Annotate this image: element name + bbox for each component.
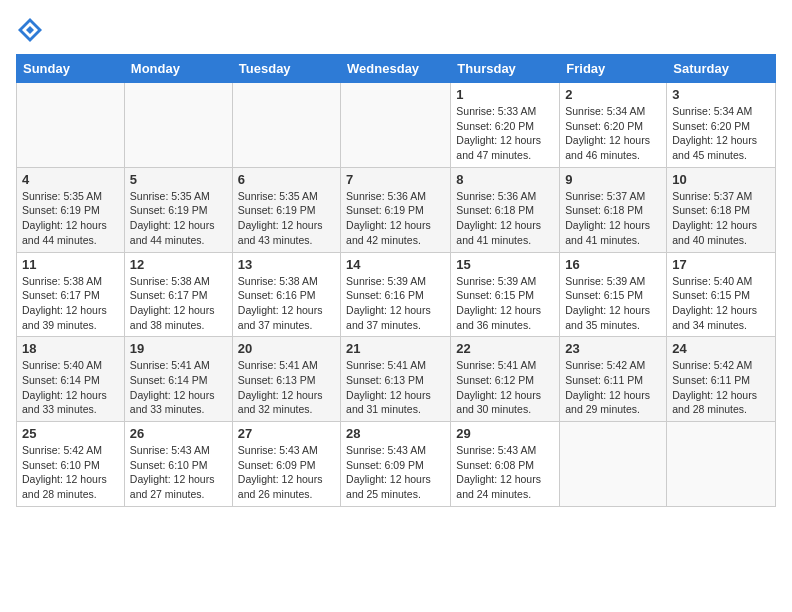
day-number: 14: [346, 257, 445, 272]
calendar-cell: 7Sunrise: 5:36 AM Sunset: 6:19 PM Daylig…: [341, 167, 451, 252]
day-detail: Sunrise: 5:38 AM Sunset: 6:16 PM Dayligh…: [238, 274, 335, 333]
day-detail: Sunrise: 5:36 AM Sunset: 6:18 PM Dayligh…: [456, 189, 554, 248]
day-detail: Sunrise: 5:37 AM Sunset: 6:18 PM Dayligh…: [672, 189, 770, 248]
day-detail: Sunrise: 5:40 AM Sunset: 6:14 PM Dayligh…: [22, 358, 119, 417]
day-number: 27: [238, 426, 335, 441]
day-detail: Sunrise: 5:42 AM Sunset: 6:10 PM Dayligh…: [22, 443, 119, 502]
calendar-cell: 3Sunrise: 5:34 AM Sunset: 6:20 PM Daylig…: [667, 83, 776, 168]
calendar-cell: 10Sunrise: 5:37 AM Sunset: 6:18 PM Dayli…: [667, 167, 776, 252]
calendar-cell: 26Sunrise: 5:43 AM Sunset: 6:10 PM Dayli…: [124, 422, 232, 507]
calendar-cell: 21Sunrise: 5:41 AM Sunset: 6:13 PM Dayli…: [341, 337, 451, 422]
calendar-week-row: 18Sunrise: 5:40 AM Sunset: 6:14 PM Dayli…: [17, 337, 776, 422]
day-detail: Sunrise: 5:34 AM Sunset: 6:20 PM Dayligh…: [672, 104, 770, 163]
calendar-cell: [341, 83, 451, 168]
calendar-cell: 9Sunrise: 5:37 AM Sunset: 6:18 PM Daylig…: [560, 167, 667, 252]
day-number: 3: [672, 87, 770, 102]
calendar-cell: 14Sunrise: 5:39 AM Sunset: 6:16 PM Dayli…: [341, 252, 451, 337]
day-number: 23: [565, 341, 661, 356]
calendar-week-row: 11Sunrise: 5:38 AM Sunset: 6:17 PM Dayli…: [17, 252, 776, 337]
col-header-monday: Monday: [124, 55, 232, 83]
day-number: 17: [672, 257, 770, 272]
calendar-cell: 12Sunrise: 5:38 AM Sunset: 6:17 PM Dayli…: [124, 252, 232, 337]
col-header-wednesday: Wednesday: [341, 55, 451, 83]
day-number: 7: [346, 172, 445, 187]
calendar-cell: 5Sunrise: 5:35 AM Sunset: 6:19 PM Daylig…: [124, 167, 232, 252]
calendar-week-row: 25Sunrise: 5:42 AM Sunset: 6:10 PM Dayli…: [17, 422, 776, 507]
calendar-cell: 15Sunrise: 5:39 AM Sunset: 6:15 PM Dayli…: [451, 252, 560, 337]
calendar-cell: 17Sunrise: 5:40 AM Sunset: 6:15 PM Dayli…: [667, 252, 776, 337]
day-detail: Sunrise: 5:42 AM Sunset: 6:11 PM Dayligh…: [672, 358, 770, 417]
day-detail: Sunrise: 5:38 AM Sunset: 6:17 PM Dayligh…: [130, 274, 227, 333]
col-header-friday: Friday: [560, 55, 667, 83]
calendar-cell: 2Sunrise: 5:34 AM Sunset: 6:20 PM Daylig…: [560, 83, 667, 168]
calendar-header-row: SundayMondayTuesdayWednesdayThursdayFrid…: [17, 55, 776, 83]
calendar-cell: 6Sunrise: 5:35 AM Sunset: 6:19 PM Daylig…: [232, 167, 340, 252]
day-number: 18: [22, 341, 119, 356]
day-detail: Sunrise: 5:41 AM Sunset: 6:12 PM Dayligh…: [456, 358, 554, 417]
day-detail: Sunrise: 5:41 AM Sunset: 6:13 PM Dayligh…: [346, 358, 445, 417]
col-header-saturday: Saturday: [667, 55, 776, 83]
calendar-week-row: 4Sunrise: 5:35 AM Sunset: 6:19 PM Daylig…: [17, 167, 776, 252]
calendar-cell: 8Sunrise: 5:36 AM Sunset: 6:18 PM Daylig…: [451, 167, 560, 252]
day-detail: Sunrise: 5:39 AM Sunset: 6:16 PM Dayligh…: [346, 274, 445, 333]
day-number: 8: [456, 172, 554, 187]
day-number: 20: [238, 341, 335, 356]
calendar-table: SundayMondayTuesdayWednesdayThursdayFrid…: [16, 54, 776, 507]
day-detail: Sunrise: 5:43 AM Sunset: 6:10 PM Dayligh…: [130, 443, 227, 502]
calendar-cell: 11Sunrise: 5:38 AM Sunset: 6:17 PM Dayli…: [17, 252, 125, 337]
day-number: 9: [565, 172, 661, 187]
day-number: 1: [456, 87, 554, 102]
calendar-cell: 28Sunrise: 5:43 AM Sunset: 6:09 PM Dayli…: [341, 422, 451, 507]
calendar-week-row: 1Sunrise: 5:33 AM Sunset: 6:20 PM Daylig…: [17, 83, 776, 168]
col-header-sunday: Sunday: [17, 55, 125, 83]
day-number: 6: [238, 172, 335, 187]
calendar-cell: [560, 422, 667, 507]
day-detail: Sunrise: 5:38 AM Sunset: 6:17 PM Dayligh…: [22, 274, 119, 333]
day-detail: Sunrise: 5:41 AM Sunset: 6:14 PM Dayligh…: [130, 358, 227, 417]
calendar-cell: [124, 83, 232, 168]
day-detail: Sunrise: 5:37 AM Sunset: 6:18 PM Dayligh…: [565, 189, 661, 248]
day-detail: Sunrise: 5:40 AM Sunset: 6:15 PM Dayligh…: [672, 274, 770, 333]
day-detail: Sunrise: 5:43 AM Sunset: 6:09 PM Dayligh…: [346, 443, 445, 502]
day-detail: Sunrise: 5:39 AM Sunset: 6:15 PM Dayligh…: [456, 274, 554, 333]
day-number: 28: [346, 426, 445, 441]
calendar-cell: 18Sunrise: 5:40 AM Sunset: 6:14 PM Dayli…: [17, 337, 125, 422]
day-number: 29: [456, 426, 554, 441]
calendar-cell: [17, 83, 125, 168]
calendar-cell: 24Sunrise: 5:42 AM Sunset: 6:11 PM Dayli…: [667, 337, 776, 422]
col-header-tuesday: Tuesday: [232, 55, 340, 83]
day-number: 21: [346, 341, 445, 356]
calendar-cell: 16Sunrise: 5:39 AM Sunset: 6:15 PM Dayli…: [560, 252, 667, 337]
day-number: 11: [22, 257, 119, 272]
day-number: 16: [565, 257, 661, 272]
calendar-cell: [667, 422, 776, 507]
day-detail: Sunrise: 5:33 AM Sunset: 6:20 PM Dayligh…: [456, 104, 554, 163]
calendar-cell: 1Sunrise: 5:33 AM Sunset: 6:20 PM Daylig…: [451, 83, 560, 168]
calendar-cell: 19Sunrise: 5:41 AM Sunset: 6:14 PM Dayli…: [124, 337, 232, 422]
logo-icon: [16, 16, 44, 44]
col-header-thursday: Thursday: [451, 55, 560, 83]
calendar-cell: 22Sunrise: 5:41 AM Sunset: 6:12 PM Dayli…: [451, 337, 560, 422]
day-number: 22: [456, 341, 554, 356]
calendar-cell: 27Sunrise: 5:43 AM Sunset: 6:09 PM Dayli…: [232, 422, 340, 507]
day-detail: Sunrise: 5:41 AM Sunset: 6:13 PM Dayligh…: [238, 358, 335, 417]
calendar-cell: 4Sunrise: 5:35 AM Sunset: 6:19 PM Daylig…: [17, 167, 125, 252]
calendar-cell: 25Sunrise: 5:42 AM Sunset: 6:10 PM Dayli…: [17, 422, 125, 507]
day-number: 4: [22, 172, 119, 187]
day-number: 15: [456, 257, 554, 272]
day-number: 5: [130, 172, 227, 187]
calendar-cell: 29Sunrise: 5:43 AM Sunset: 6:08 PM Dayli…: [451, 422, 560, 507]
day-number: 12: [130, 257, 227, 272]
day-detail: Sunrise: 5:43 AM Sunset: 6:09 PM Dayligh…: [238, 443, 335, 502]
day-detail: Sunrise: 5:42 AM Sunset: 6:11 PM Dayligh…: [565, 358, 661, 417]
day-detail: Sunrise: 5:35 AM Sunset: 6:19 PM Dayligh…: [238, 189, 335, 248]
day-number: 25: [22, 426, 119, 441]
day-number: 26: [130, 426, 227, 441]
page-header: [16, 16, 776, 44]
day-detail: Sunrise: 5:35 AM Sunset: 6:19 PM Dayligh…: [22, 189, 119, 248]
day-number: 2: [565, 87, 661, 102]
day-number: 13: [238, 257, 335, 272]
calendar-cell: 20Sunrise: 5:41 AM Sunset: 6:13 PM Dayli…: [232, 337, 340, 422]
calendar-cell: [232, 83, 340, 168]
calendar-cell: 13Sunrise: 5:38 AM Sunset: 6:16 PM Dayli…: [232, 252, 340, 337]
